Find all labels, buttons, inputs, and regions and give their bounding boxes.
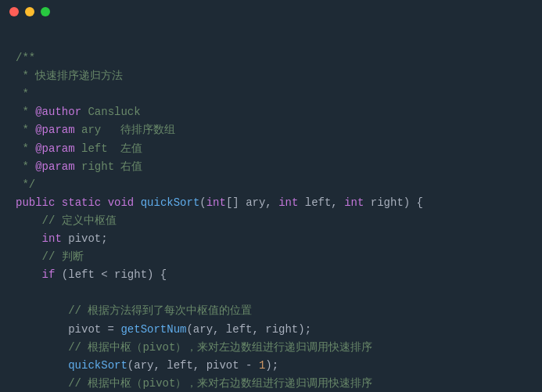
code-line	[16, 284, 526, 302]
code-token: pivot =	[16, 323, 120, 336]
code-token: right) {	[364, 196, 423, 209]
code-line: *	[16, 85, 526, 103]
code-token: void	[108, 196, 135, 209]
code-token: quickSort	[68, 359, 127, 372]
code-token: *	[16, 124, 35, 136]
code-token: @param	[35, 124, 74, 136]
code-token: *	[16, 88, 29, 100]
code-token: // 定义中枢值	[16, 214, 117, 227]
code-line: * @param ary 待排序数组	[16, 121, 526, 139]
code-token: Cansluck	[81, 106, 141, 118]
code-token	[16, 359, 68, 372]
code-line: if (left < right) {	[16, 266, 526, 284]
code-token: @author	[35, 106, 81, 118]
code-line: * @author Cansluck	[16, 103, 526, 121]
code-token: *	[16, 106, 35, 118]
code-line: // 根据方法得到了每次中枢值的位置	[16, 302, 526, 320]
title-bar	[0, 0, 542, 23]
code-token: // 根据中枢（pivot），来对左边数组进行递归调用快速排序	[16, 341, 372, 354]
code-token: int	[344, 196, 364, 209]
code-token: left,	[298, 196, 344, 209]
code-line: // 根据中枢（pivot），来对左边数组进行递归调用快速排序	[16, 339, 526, 357]
code-token: right 右值	[75, 160, 143, 173]
code-token: static	[62, 196, 101, 209]
code-token	[16, 268, 42, 281]
code-token: @param	[35, 142, 74, 155]
code-token	[55, 196, 61, 209]
code-line: public static void quickSort(int[] ary, …	[16, 194, 526, 212]
minimize-button[interactable]	[25, 7, 34, 16]
code-line: */	[16, 176, 526, 194]
code-line	[16, 31, 526, 49]
code-line: int pivot;	[16, 230, 526, 248]
code-line: // 判断	[16, 248, 526, 266]
code-line: * @param left 左值	[16, 140, 526, 158]
code-token: *	[16, 160, 35, 173]
code-token: /**	[16, 52, 35, 64]
close-button[interactable]	[9, 7, 19, 16]
code-token: * 快速排序递归方法	[16, 70, 123, 82]
code-token: (left < right) {	[55, 268, 167, 281]
code-token: int	[278, 196, 298, 209]
code-token	[134, 196, 140, 209]
code-token: public	[16, 196, 55, 209]
code-token: // 根据中枢（pivot），来对右边数组进行递归调用快速排序	[16, 377, 372, 390]
code-token: quickSort	[141, 196, 200, 209]
code-line: quickSort(ary, left, pivot - 1);	[16, 357, 526, 375]
code-token: int	[42, 232, 62, 245]
code-token	[16, 232, 42, 245]
code-line: pivot = getSortNum(ary, left, right);	[16, 321, 526, 339]
code-token: int	[206, 196, 226, 209]
code-line: // 定义中枢值	[16, 212, 526, 230]
code-token: ary 待排序数组	[75, 124, 176, 136]
code-token: (ary, left, pivot -	[127, 359, 259, 372]
code-token: // 判断	[16, 250, 84, 263]
code-token: left 左值	[75, 142, 143, 155]
code-token: (	[199, 196, 206, 209]
window: /** * 快速排序递归方法 * * @author Cansluck * @p…	[0, 0, 542, 392]
code-line: * @param right 右值	[16, 158, 526, 176]
code-token: // 根据方法得到了每次中枢值的位置	[16, 304, 252, 317]
code-token: */	[16, 178, 35, 191]
code-token	[101, 196, 107, 209]
code-editor: /** * 快速排序递归方法 * * @author Cansluck * @p…	[0, 23, 542, 392]
code-line: * 快速排序递归方法	[16, 67, 526, 85]
code-token: pivot;	[62, 232, 108, 245]
code-token: *	[16, 142, 35, 155]
maximize-button[interactable]	[41, 7, 50, 16]
code-token: if	[42, 268, 56, 281]
code-token: );	[265, 359, 278, 372]
code-token: [] ary,	[226, 196, 278, 209]
code-line: /**	[16, 49, 526, 67]
code-token: @param	[35, 160, 74, 173]
code-token: getSortNum	[120, 323, 186, 336]
code-line: // 根据中枢（pivot），来对右边数组进行递归调用快速排序	[16, 375, 526, 392]
code-token: (ary, left, right);	[186, 323, 311, 336]
